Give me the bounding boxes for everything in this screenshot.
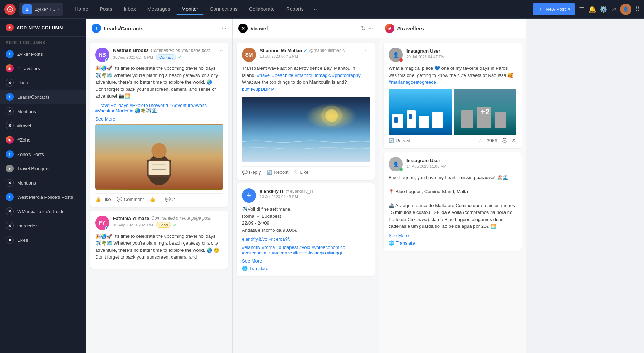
nav-reports[interactable]: Reports <box>280 4 309 15</box>
card4-translate[interactable]: 🌐 Translate <box>242 266 370 271</box>
sidebar-item-zylker-posts[interactable]: f Zylker Posts <box>0 47 86 61</box>
card6-see-more[interactable]: See More <box>389 233 517 238</box>
sidebar-item-mercedez[interactable]: ✕ mercedez <box>0 219 86 233</box>
card6-translate[interactable]: 🌐 Translate <box>389 240 517 246</box>
user-avatar[interactable]: 👤 <box>620 4 631 15</box>
card5-header: 👤 Instagram User 29 Jul 2021 04:47 PM <box>389 48 517 62</box>
sidebar-item-zohos-posts[interactable]: f Zoho's Posts <box>0 147 86 161</box>
card5-image-right: +2 <box>453 89 517 135</box>
card1-image <box>95 124 223 190</box>
nav-posts[interactable]: Posts <box>94 4 118 15</box>
sidebar-label-mentions-2: Mentions <box>17 180 36 186</box>
sidebar-item-leads-contacts[interactable]: f Leads/Contacts <box>0 90 86 104</box>
sidebar-label-leads-contacts: Leads/Contacts <box>17 94 49 100</box>
card-shannon-mcmullan: SM Shannon McMullan ✓ @manitoulinmagic 1… <box>237 43 375 180</box>
card3-reply-action[interactable]: 💬 Reply <box>242 170 261 175</box>
card1-verified-icon: ✓ <box>177 54 182 60</box>
ig-icon-2: ◉ <box>6 136 14 144</box>
card4-handle: @eLandFly_IT <box>286 189 314 194</box>
sidebar-item-zoho[interactable]: ◉ #Zoho <box>0 133 86 147</box>
nav-more-icon[interactable]: ··· <box>309 4 320 15</box>
x-icon-4: ✕ <box>6 179 14 187</box>
globe-icon: 🌐 <box>242 266 248 271</box>
col1-more-button[interactable]: ··· <box>222 25 226 31</box>
add-new-column-button[interactable]: + ADD NEW COLUMN <box>0 19 86 37</box>
card1-comment-action[interactable]: 💬 Comment <box>117 197 144 202</box>
card3-repost-action[interactable]: 🔄 Repost <box>267 170 288 175</box>
sidebar-item-travel-bloggers[interactable]: ● Travel Bloggers <box>0 161 86 176</box>
card1-content: 🎉🌏🚀 It's time to celebrate the upcoming … <box>95 65 223 100</box>
card3-menu-icon[interactable]: ··· <box>365 48 370 54</box>
svg-rect-10 <box>242 97 370 162</box>
sidebar-item-west-mercia[interactable]: f West Mercia Police's Posts <box>0 190 86 204</box>
nav-home[interactable]: Home <box>69 4 94 15</box>
thumbsup-icon: 👍 <box>150 197 155 202</box>
card2-verified-icon: ✓ <box>172 222 177 229</box>
card3-avatar-initials: SM <box>245 52 253 58</box>
sidebar-item-mentions-1[interactable]: ✕ Mentions <box>0 104 86 118</box>
card1-time: 30 Aug 2023 02:45 PM Contact ✓ <box>113 54 215 60</box>
sidebar-label-zohos-posts: Zoho's Posts <box>17 152 44 157</box>
col2-more-button[interactable]: ··· <box>369 25 373 31</box>
card6-header: 👤 Instagram User 14 Aug 2023 11:00 PM <box>389 157 517 171</box>
share-icon[interactable]: ↗ <box>611 5 616 13</box>
card1-comment-count: 💬 2 <box>165 197 175 202</box>
card5-avatar-wrap: 👤 <box>389 48 403 62</box>
sidebar-item-likes-2[interactable]: ✕ Likes <box>0 233 86 247</box>
added-columns-header: ADDED COLUMNS <box>0 37 86 47</box>
card1-see-more[interactable]: See More <box>95 116 223 122</box>
brand-icon: Z <box>22 4 32 14</box>
fb-icon: f <box>6 50 14 58</box>
card1-like-action[interactable]: 👍 Like <box>95 197 111 202</box>
sidebar-item-travellers[interactable]: ◉ #Travellers <box>0 61 86 75</box>
heart-icon: ♡ <box>294 170 298 175</box>
like-icon: 👍 <box>95 197 101 202</box>
card3-like-action[interactable]: ♡ Like <box>294 170 308 175</box>
repost-icon: 🔄 <box>267 170 272 175</box>
svg-rect-20 <box>409 114 412 119</box>
card5-meta: Instagram User 29 Jul 2021 04:47 PM <box>406 48 517 59</box>
col1-actions: ··· <box>222 25 226 31</box>
col2-title: #travel <box>250 25 358 31</box>
menu-icon[interactable]: ☰ <box>579 5 585 13</box>
nav-collaborate[interactable]: Collaborate <box>243 4 280 15</box>
card3-link[interactable]: buff.ly/3pDBI4P <box>242 87 274 92</box>
card1-menu-icon[interactable]: ··· <box>218 48 223 54</box>
nav-monitor[interactable]: Monitor <box>176 4 204 15</box>
card1-contact-badge: Contact <box>156 54 176 60</box>
sidebar-item-wmercia-posts[interactable]: ✕ WMerciaPolice's Posts <box>0 204 86 219</box>
svg-rect-19 <box>394 117 398 123</box>
new-post-button[interactable]: ＋ New Post ▾ <box>533 3 575 15</box>
apps-icon[interactable]: ⠿ <box>635 5 640 13</box>
add-column-label: ADD NEW COLUMN <box>16 25 63 30</box>
card2-user-name: Fathima Yilmaze <box>113 216 149 221</box>
card5-content: What a magical place 💙 one of my favorit… <box>389 65 517 86</box>
notifications-icon[interactable]: 🔔 <box>588 5 596 13</box>
x-icon-7: ✕ <box>6 236 14 244</box>
card6-avatar-initials: 👤 <box>393 161 399 167</box>
sidebar-item-travel[interactable]: ✕ #travel <box>0 118 86 133</box>
sidebar-item-likes[interactable]: ✕ Likes <box>0 75 86 90</box>
col2-refresh-button[interactable]: ↻ <box>361 25 366 32</box>
sidebar-label-travellers: #Travellers <box>17 66 40 71</box>
card4-time: 13 Jul 2023 04:43 PM <box>260 195 370 199</box>
card3-avatar: SM <box>242 48 256 62</box>
brand-chevron-icon: ▾ <box>58 7 60 11</box>
x-icon-3: ✕ <box>6 122 14 129</box>
card5-repost-action[interactable]: 🔄 Repost <box>389 138 410 143</box>
card4-see-more[interactable]: See More <box>242 258 370 264</box>
sidebar-label-west-mercia: West Mercia Police's Posts <box>17 195 73 200</box>
sidebar-label-wmercia-posts: WMerciaPolice's Posts <box>17 209 64 214</box>
card4-link[interactable]: elandfly.it/voli-ricerca?f... <box>242 236 370 242</box>
heart-icon-2: ♡ <box>478 138 483 143</box>
settings-icon[interactable]: ⚙️ <box>600 5 608 13</box>
brand-selector[interactable]: Z Zylker T... ▾ <box>19 3 63 16</box>
comment-icon: 💬 <box>117 197 122 202</box>
card3-header: SM Shannon McMullan ✓ @manitoulinmagic 1… <box>242 48 370 62</box>
nav-inbox[interactable]: Inbox <box>118 4 141 15</box>
card2-time: 30 Aug 2023 02:45 PM Lead ✓ <box>113 222 223 229</box>
nav-connections[interactable]: Connections <box>204 4 243 15</box>
nav-messages[interactable]: Messages <box>142 4 176 15</box>
sidebar-item-mentions-2[interactable]: ✕ Mentions <box>0 176 86 190</box>
x-icon-5: ✕ <box>6 207 14 215</box>
